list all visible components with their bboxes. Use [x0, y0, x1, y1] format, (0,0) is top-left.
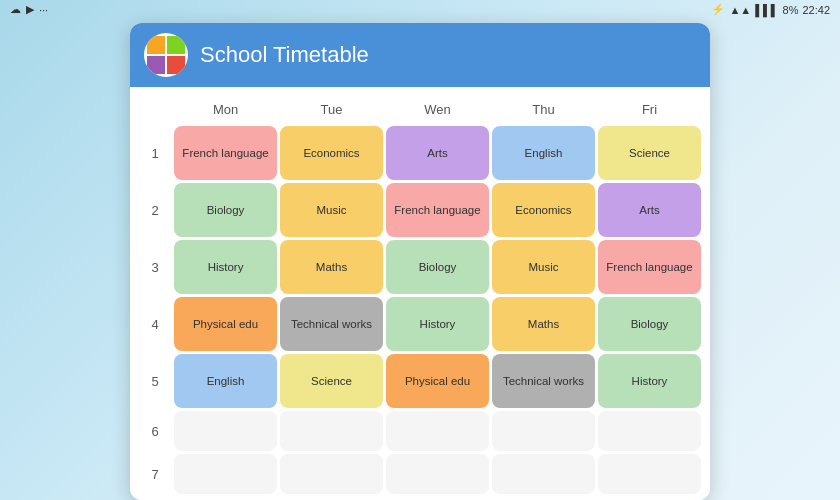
table-cell — [598, 411, 701, 451]
header-row: Mon Tue Wen Thu Fri — [139, 96, 701, 123]
table-cell[interactable]: Physical edu — [174, 297, 277, 351]
table-cell — [386, 411, 489, 451]
table-cell[interactable]: Music — [492, 240, 595, 294]
cloud-icon: ☁ — [10, 3, 21, 16]
table-cell[interactable]: Technical works — [280, 297, 383, 351]
status-left-icons: ☁ ▶ ··· — [10, 3, 48, 16]
table-cell[interactable]: Biology — [598, 297, 701, 351]
timetable-container: Mon Tue Wen Thu Fri 1French languageEcon… — [130, 87, 710, 500]
table-cell — [492, 411, 595, 451]
table-cell[interactable]: Biology — [386, 240, 489, 294]
table-cell — [386, 454, 489, 494]
table-row: 4Physical eduTechnical worksHistoryMaths… — [139, 297, 701, 351]
table-cell — [492, 454, 595, 494]
table-cell — [598, 454, 701, 494]
table-row: 7 — [139, 454, 701, 494]
table-cell[interactable]: Economics — [492, 183, 595, 237]
app-title: School Timetable — [200, 42, 369, 68]
table-cell[interactable]: Physical edu — [386, 354, 489, 408]
phone-frame: School Timetable Mon Tue Wen Thu Fri 1Fr… — [130, 23, 710, 500]
logo-quadrant-2 — [167, 36, 185, 54]
header-mon: Mon — [174, 96, 277, 123]
table-cell[interactable]: English — [174, 354, 277, 408]
logo-quadrant-4 — [167, 56, 185, 74]
table-cell[interactable]: Economics — [280, 126, 383, 180]
table-cell[interactable]: History — [386, 297, 489, 351]
table-cell[interactable]: Arts — [386, 126, 489, 180]
period-number: 7 — [139, 454, 171, 494]
status-right-icons: ⚡ ▲▲ ▌▌▌ 8% 22:42 — [711, 3, 830, 16]
table-cell[interactable]: Biology — [174, 183, 277, 237]
table-row: 5EnglishSciencePhysical eduTechnical wor… — [139, 354, 701, 408]
table-row: 3HistoryMathsBiologyMusicFrench language — [139, 240, 701, 294]
table-cell[interactable]: French language — [386, 183, 489, 237]
table-cell[interactable]: French language — [174, 126, 277, 180]
table-row: 1French languageEconomicsArtsEnglishScie… — [139, 126, 701, 180]
battery-indicator: 8% — [783, 4, 799, 16]
period-number: 2 — [139, 183, 171, 237]
table-cell — [280, 411, 383, 451]
table-cell[interactable]: Science — [280, 354, 383, 408]
period-number: 1 — [139, 126, 171, 180]
table-cell[interactable]: Technical works — [492, 354, 595, 408]
header-tue: Tue — [280, 96, 383, 123]
timetable: Mon Tue Wen Thu Fri 1French languageEcon… — [136, 93, 704, 497]
table-cell[interactable]: Science — [598, 126, 701, 180]
table-cell[interactable]: French language — [598, 240, 701, 294]
table-cell[interactable]: Maths — [280, 240, 383, 294]
period-number: 6 — [139, 411, 171, 451]
table-cell[interactable]: History — [598, 354, 701, 408]
signal-icon: ▌▌▌ — [755, 4, 778, 16]
period-number: 3 — [139, 240, 171, 294]
period-number: 4 — [139, 297, 171, 351]
header-wen: Wen — [386, 96, 489, 123]
header-thu: Thu — [492, 96, 595, 123]
table-row: 2BiologyMusicFrench languageEconomicsArt… — [139, 183, 701, 237]
time-display: 22:42 — [802, 4, 830, 16]
header-fri: Fri — [598, 96, 701, 123]
more-icon: ··· — [39, 4, 48, 16]
status-bar: ☁ ▶ ··· ⚡ ▲▲ ▌▌▌ 8% 22:42 — [0, 0, 840, 19]
logo-quadrant-1 — [147, 36, 165, 54]
header-period — [139, 96, 171, 123]
app-logo — [144, 33, 188, 77]
table-cell — [174, 411, 277, 451]
period-number: 5 — [139, 354, 171, 408]
table-cell[interactable]: History — [174, 240, 277, 294]
logo-quadrant-3 — [147, 56, 165, 74]
wifi-icon: ▲▲ — [729, 4, 751, 16]
table-cell[interactable]: Maths — [492, 297, 595, 351]
table-cell[interactable]: English — [492, 126, 595, 180]
table-cell[interactable]: Arts — [598, 183, 701, 237]
app-header: School Timetable — [130, 23, 710, 87]
table-cell — [280, 454, 383, 494]
table-cell — [174, 454, 277, 494]
bluetooth-icon: ⚡ — [711, 3, 725, 16]
table-row: 6 — [139, 411, 701, 451]
table-cell[interactable]: Music — [280, 183, 383, 237]
music-icon: ▶ — [26, 3, 34, 16]
